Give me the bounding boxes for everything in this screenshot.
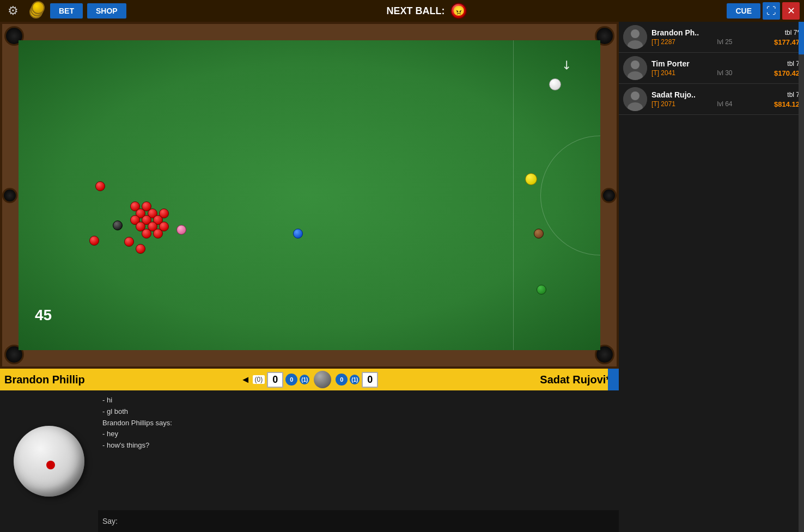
- score-bar-right-accent: [608, 369, 619, 390]
- cue-ball-preview: [0, 390, 98, 532]
- black-ball: [113, 221, 123, 230]
- center-badge: (1): [300, 375, 309, 384]
- shop-button[interactable]: SHOP: [87, 3, 126, 19]
- player3-table: tbl 7: [787, 91, 800, 99]
- bet-button[interactable]: BET: [50, 3, 83, 19]
- avatar-icon-1: [623, 25, 647, 49]
- player2-avatar: [623, 56, 647, 80]
- score-counter: 45: [35, 307, 52, 324]
- player2-score: 0: [362, 372, 378, 388]
- player3-avatar: [623, 87, 647, 111]
- player1-display-name: Brandon Ph..: [651, 28, 699, 37]
- chat-messages: - hi - gl both Brandon Phillips says: - …: [98, 390, 619, 510]
- player2-rating: [T] 2041: [651, 69, 675, 77]
- player3-money: $814.12: [774, 100, 800, 108]
- pink-ball: [176, 225, 186, 235]
- player3-info: Sadat Rujo.. tbl 7 [T] 2071 lvl 64 $814.…: [651, 90, 800, 108]
- player1-score: 0: [267, 372, 283, 388]
- player1-frame-badge: 0: [285, 374, 297, 386]
- green-ball: [537, 285, 546, 295]
- center-badge2: (1): [350, 375, 360, 384]
- avatar-icon-2: [623, 56, 647, 80]
- chat-line-2: - gl both: [102, 406, 614, 418]
- player2-level: lvl 30: [717, 69, 733, 77]
- cue-ball-dot: [46, 461, 55, 469]
- blue-ball: [293, 229, 303, 239]
- svg-point-7: [631, 91, 639, 100]
- player2-frame-badge: 0: [336, 374, 348, 386]
- svg-point-4: [631, 60, 639, 69]
- player-row-1[interactable]: Brandon Ph.. tbl 7* [T] 2287 lvl 25 $177…: [619, 22, 804, 53]
- right-scrollbar[interactable]: [799, 22, 804, 532]
- player1-info: Brandon Ph.. tbl 7* [T] 2287 lvl 25 $177…: [651, 28, 800, 46]
- table-area: 45 ↗: [0, 22, 619, 369]
- right-panel: Brandon Ph.. tbl 7* [T] 2287 lvl 25 $177…: [619, 22, 804, 532]
- ball-face-icon: 😠: [453, 5, 465, 17]
- pocket-middle-left: [2, 188, 17, 203]
- score-bar: Brandon Phillip ◄ (0) 0 0 (1) 0 (1) 0 Sa…: [0, 369, 619, 390]
- player2-name-row: Tim Porter tbl 7: [651, 59, 800, 68]
- player1-badge: (0): [253, 375, 265, 384]
- player3-display-name: Sadat Rujo..: [651, 90, 696, 99]
- player3-stats: [T] 2071 lvl 64 $814.12: [651, 100, 800, 108]
- d-semicircle: [540, 136, 600, 255]
- expand-button[interactable]: ⛶: [763, 2, 780, 20]
- say-label: Say:: [102, 517, 118, 525]
- table-frame: 45 ↗: [0, 22, 619, 369]
- coins-icon: [26, 1, 46, 21]
- cue-ball-graphic: [14, 426, 84, 497]
- player3-rating: [T] 2071: [651, 100, 675, 108]
- next-ball-ball: 😠: [450, 3, 467, 19]
- next-ball-label: NEXT BALL:: [387, 5, 445, 17]
- close-button[interactable]: ✕: [782, 2, 800, 20]
- top-bar: ⚙ BET SHOP NEXT BALL: 😠 CUE ⛶ ✕: [0, 0, 804, 22]
- yellow-ball: [525, 173, 537, 185]
- player-row-3[interactable]: Sadat Rujo.. tbl 7 [T] 2071 lvl 64 $814.…: [619, 84, 804, 115]
- player2-table: tbl 7: [787, 60, 800, 68]
- brown-ball: [534, 229, 544, 239]
- turn-arrow: ◄: [241, 374, 251, 386]
- next-ball-section: NEXT BALL: 😠: [131, 3, 723, 19]
- player2-stats: [T] 2041 lvl 30 $170.42: [651, 69, 800, 77]
- player2-name: Sadat Rujovi**: [380, 374, 614, 386]
- left-red-ball: [89, 236, 99, 246]
- white-ball: [549, 78, 561, 90]
- player1-money: $177.47: [774, 38, 800, 46]
- chat-line-5: - how's things?: [102, 440, 614, 451]
- player2-money: $170.42: [774, 69, 800, 77]
- cue-button[interactable]: CUE: [727, 3, 760, 19]
- chat-line-3: Brandon Phillips says:: [102, 418, 614, 429]
- player3-level: lvl 64: [717, 100, 733, 108]
- player1-name-row: Brandon Ph.. tbl 7*: [651, 28, 800, 37]
- player1-name: Brandon Phillip: [4, 374, 239, 386]
- lone-red-ball: [95, 181, 105, 191]
- chat-line-4: - hey: [102, 429, 614, 440]
- player1-table: tbl 7*: [785, 29, 800, 36]
- player2-display-name: Tim Porter: [651, 59, 690, 68]
- player2-info: Tim Porter tbl 7 [T] 2041 lvl 30 $170.42: [651, 59, 800, 77]
- chat-input[interactable]: [120, 517, 614, 525]
- player1-stats: [T] 2287 lvl 25 $177.47: [651, 38, 800, 46]
- player1-avatar: [623, 25, 647, 49]
- table-felt: 45 ↗: [19, 40, 600, 350]
- player1-rating: [T] 2287: [651, 38, 675, 46]
- red15: [136, 244, 145, 254]
- player-row-2[interactable]: Tim Porter tbl 7 [T] 2041 lvl 30 $170.42: [619, 53, 804, 84]
- settings-icon[interactable]: ⚙: [4, 2, 22, 20]
- scrollbar-thumb: [799, 22, 804, 54]
- svg-point-1: [631, 29, 639, 38]
- red12: [142, 229, 151, 239]
- top-right-buttons: CUE ⛶ ✕: [727, 2, 800, 20]
- player1-level: lvl 25: [717, 38, 733, 46]
- chat-input-row: Say:: [98, 510, 619, 532]
- chat-line-1: - hi: [102, 395, 614, 406]
- avatar-icon-3: [623, 87, 647, 111]
- red13: [153, 229, 163, 239]
- chat-area: - hi - gl both Brandon Phillips says: - …: [98, 390, 619, 532]
- red14: [124, 237, 134, 247]
- player3-name-row: Sadat Rujo.. tbl 7: [651, 90, 800, 99]
- center-ball: [312, 369, 333, 390]
- pocket-middle-right: [601, 188, 617, 203]
